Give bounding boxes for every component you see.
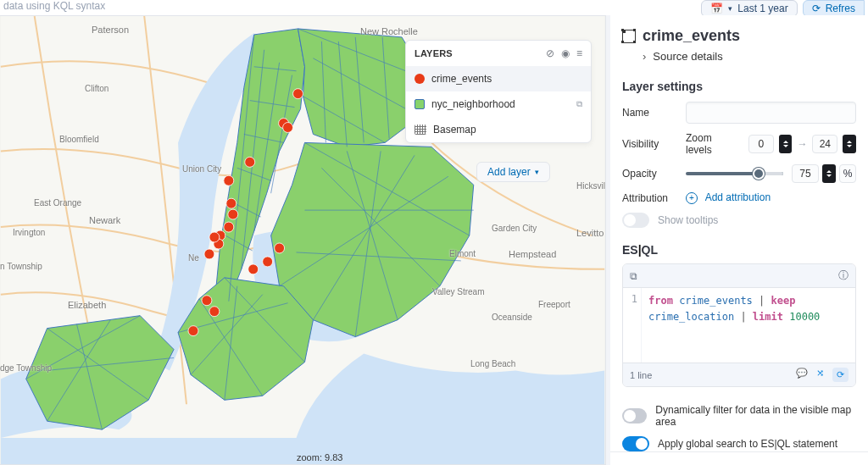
show-tooltips-label: Show tooltips — [658, 214, 718, 226]
esql-editor: ⧉ ⓘ 1 from crime_events | keep crime_loc… — [622, 263, 856, 387]
calendar-icon: 📅 — [710, 3, 723, 14]
bounding-box-icon — [622, 30, 636, 43]
map-canvas[interactable]: PatersonCliftonBloomfieldUnion CityEast … — [0, 15, 606, 465]
crime-event-dot[interactable] — [226, 198, 236, 208]
refresh-button[interactable]: ⟳ Refres — [803, 0, 865, 17]
zoom-label: zoom: — [297, 452, 322, 462]
eye-icon[interactable]: ◉ — [561, 47, 570, 59]
date-range-button[interactable]: 📅 ▾ Last 1 year — [701, 0, 797, 17]
opacity-label: Opacity — [622, 168, 686, 180]
editor-body[interactable]: 1 from crime_events | keep crime_locatio… — [623, 288, 855, 363]
layers-panel: LAYERS ⊘ ◉ ≡ crime_eventsnyc_neighborhoo… — [405, 40, 592, 143]
layer-label: crime_events — [431, 73, 492, 85]
menu-icon[interactable]: ≡ — [576, 47, 582, 59]
opacity-value[interactable]: 75 — [792, 164, 819, 183]
layer-swatch-icon — [415, 74, 425, 84]
layers-title: LAYERS — [415, 48, 453, 58]
add-attribution-link[interactable]: + Add attribution — [686, 191, 771, 204]
inspect-icon[interactable]: ⤨ — [816, 368, 824, 382]
crime-event-dot[interactable] — [209, 232, 220, 242]
chevron-right-icon: › — [643, 50, 646, 63]
date-range-label: Last 1 year — [737, 3, 787, 14]
crime-event-dot[interactable] — [293, 89, 303, 99]
layer-settings-heading: Layer settings — [622, 80, 856, 93]
visibility-row: Visibility Zoom levels 0 → 24 — [622, 132, 856, 156]
layer-label: Basemap — [433, 124, 476, 136]
dynamic-filter-toggle[interactable] — [622, 408, 647, 423]
layer-row[interactable]: nyc_neighborhood⧉ — [406, 91, 591, 117]
layer-row[interactable]: Basemap — [406, 117, 591, 142]
crime-event-dot[interactable] — [204, 249, 214, 259]
show-tooltips-row: Show tooltips — [622, 213, 856, 228]
zoom-min-value[interactable]: 0 — [748, 135, 774, 153]
name-label: Name — [622, 107, 686, 119]
zoom-min-stepper[interactable] — [779, 135, 793, 153]
add-layer-label: Add layer — [487, 166, 531, 178]
opacity-unit: % — [839, 164, 856, 183]
zoom-levels-label: Zoom levels — [686, 132, 740, 156]
attribution-label: Attribution — [622, 192, 686, 204]
dynamic-filter-label: Dynamically filter for data in the visib… — [655, 404, 856, 428]
zoom-max-value[interactable]: 24 — [812, 135, 837, 153]
add-attribution-label: Add attribution — [705, 191, 771, 203]
crime-event-dot[interactable] — [188, 326, 198, 336]
chevron-down-icon: ▾ — [535, 168, 539, 176]
editor-line-count: 1 line — [630, 370, 652, 380]
add-layer-button[interactable]: Add layer ▾ — [476, 162, 550, 182]
feedback-icon[interactable]: 💬 — [796, 368, 808, 382]
apply-global-label: Apply global search to ES|QL statement — [658, 438, 837, 450]
eye-off-icon[interactable]: ⊘ — [546, 47, 554, 59]
crime-event-dot[interactable] — [224, 175, 234, 185]
run-icon[interactable]: ⟳ — [832, 368, 849, 382]
top-bar: data using KQL syntax 📅 ▾ Last 1 year ⟳ … — [0, 0, 868, 15]
opacity-stepper[interactable] — [822, 164, 836, 183]
source-details-label: Source details — [653, 50, 722, 63]
link-icon: ⧉ — [576, 99, 582, 109]
crime-event-dot[interactable] — [245, 157, 255, 167]
visibility-label: Visibility — [622, 138, 686, 150]
zoom-indicator: zoom: 9.83 — [297, 452, 342, 462]
layer-swatch-icon — [415, 99, 425, 109]
show-tooltips-toggle[interactable] — [622, 213, 649, 228]
zoom-value: 9.83 — [325, 452, 342, 462]
name-input[interactable] — [686, 102, 856, 124]
crime-event-dot[interactable] — [202, 296, 212, 306]
layer-title-row: crime_events — [622, 27, 856, 45]
layer-swatch-icon — [415, 125, 426, 135]
layers-header: LAYERS ⊘ ◉ ≡ — [406, 41, 591, 66]
source-details-toggle[interactable]: › Source details — [643, 50, 856, 63]
layer-row[interactable]: crime_events — [406, 66, 591, 91]
chevron-down-icon: ▾ — [728, 4, 732, 13]
topbar-right: 📅 ▾ Last 1 year ⟳ Refres — [701, 0, 865, 17]
side-footer — [610, 451, 868, 465]
editor-footer: 1 line 💬 ⤨ ⟳ — [623, 363, 855, 386]
arrow-right-icon: → — [797, 138, 807, 150]
crime-event-dot[interactable] — [228, 209, 238, 219]
attribution-row: Attribution + Add attribution — [622, 191, 856, 204]
history-icon[interactable]: ⧉ — [630, 270, 637, 282]
esql-heading: ES|QL — [622, 243, 856, 257]
editor-gutter: 1 — [623, 288, 642, 363]
opacity-slider[interactable] — [686, 172, 783, 175]
crime-event-dot[interactable] — [275, 243, 285, 253]
editor-code[interactable]: from crime_events | keep crime_location … — [642, 288, 855, 363]
refresh-label: Refres — [826, 3, 855, 14]
crime-event-dot[interactable] — [248, 264, 259, 274]
name-row: Name — [622, 102, 856, 124]
zoom-max-stepper[interactable] — [843, 135, 856, 153]
dynamic-filter-row: Dynamically filter for data in the visib… — [622, 404, 856, 428]
opacity-row: Opacity 75 % — [622, 164, 856, 183]
crime-event-dot[interactable] — [263, 257, 273, 267]
refresh-icon: ⟳ — [812, 3, 821, 14]
layer-label: nyc_neighborhood — [431, 98, 515, 110]
crime-event-dot[interactable] — [283, 123, 293, 133]
crime-event-dot[interactable] — [209, 307, 220, 317]
apply-global-row: Apply global search to ES|QL statement — [622, 436, 856, 451]
crime-event-dot[interactable] — [224, 222, 234, 232]
side-panel: crime_events › Source details Layer sett… — [606, 15, 868, 465]
apply-global-toggle[interactable] — [622, 436, 649, 451]
kql-hint: data using KQL syntax — [3, 0, 701, 12]
layer-title: crime_events — [643, 27, 740, 45]
editor-toolbar: ⧉ ⓘ — [623, 264, 855, 288]
info-icon[interactable]: ⓘ — [838, 268, 849, 283]
